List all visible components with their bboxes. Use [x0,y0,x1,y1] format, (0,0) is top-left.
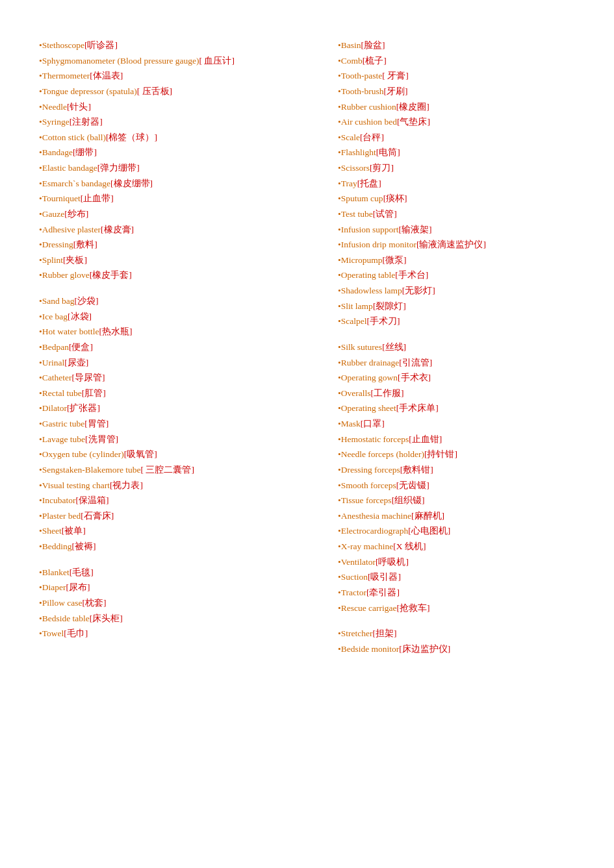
english-term: Sand bag [42,296,75,306]
list-item: •Sputum cup[痰杯] [338,191,575,206]
english-term: Scalpel [341,316,367,326]
list-item: •Overalls[工作服] [338,386,575,401]
english-term: Rubber drainage [341,358,400,367]
english-term: Cotton stick (ball) [42,132,106,142]
right-column: •Basin[脸盆]•Comb[梳子]•Tooth-paste[ 牙膏]•Too… [318,38,575,656]
english-term: X-ray machine [341,541,394,551]
chinese-term: [毛毯] [70,567,94,577]
list-item: •Rectal tube[肛管] [39,386,318,401]
list-item: •Operating table[手术台] [338,267,575,283]
chinese-term: [视力表] [110,480,143,490]
list-item: •Plaster bed[石膏床] [39,508,318,524]
english-term: Thermometer [42,71,90,81]
chinese-term: [输液架] [399,225,432,234]
chinese-term: [冰袋] [68,312,92,321]
english-term: Rubber cushion [341,102,396,112]
english-term: Tourniquet [42,193,81,203]
english-term: Tissue forceps [341,495,392,505]
english-term: Anesthesia machine [341,511,411,521]
english-term: Syringe [42,117,70,127]
list-item: •Sand bag[沙袋] [39,293,318,309]
chinese-term: [丝线] [382,342,406,352]
chinese-term: [抢救车] [397,603,430,613]
chinese-term: [橡皮绷带] [110,179,153,188]
english-term: Dressing [42,240,73,249]
english-term: Rectal tube [42,388,82,398]
list-item: •Tray[托盘] [338,176,575,192]
chinese-term: [止血带] [81,193,114,203]
chinese-term: [牙刷] [384,86,408,96]
list-item: •Oxygen tube (cylinder)[吸氧管] [39,447,318,462]
english-term: Tooth-brush [341,86,384,96]
chinese-term: [针头] [67,102,91,112]
chinese-term: [ 牙膏] [382,71,408,81]
english-term: Bedding [42,541,72,551]
english-term: Splint [42,255,63,265]
chinese-term: [洗胃管] [85,434,118,444]
chinese-term: [手术衣] [398,373,431,382]
english-term: Operating gown [341,373,398,382]
english-term: Electrocardiograph [341,526,408,536]
list-item: •Ice bag[冰袋] [39,309,318,325]
english-term: Infusion support [341,225,399,234]
english-term: Dressing forceps [341,465,400,475]
list-item: •Operating gown[手术衣] [338,370,575,386]
list-item: •Bedding[被褥] [39,539,318,554]
list-item: •Scissors[剪刀] [338,160,575,176]
chinese-term: [无齿镊] [396,480,429,490]
chinese-term: [吸引器] [368,572,401,582]
list-item: •Blanket[毛毯] [39,565,318,580]
english-term: Flashlight [341,147,376,157]
english-term: Pillow case [42,598,83,608]
chinese-term: [止血钳] [409,434,442,444]
list-item: •Needle forceps (holder)[持针钳] [338,447,575,462]
chinese-term: [被单] [62,526,86,536]
section-gap [338,615,575,626]
list-item: •Anesthesia machine[麻醉机] [338,508,575,524]
chinese-term: [棉签（球）] [106,132,157,142]
chinese-term: [担架] [372,628,396,638]
chinese-term: [导尿管] [71,373,105,382]
english-term: Visual testing chart [42,480,110,490]
english-term: Urinal [42,358,65,367]
english-term: Lavage tube [42,434,85,444]
list-item: •Tooth-paste[ 牙膏] [338,68,575,84]
list-item: •Hot water bottle[热水瓶] [39,324,318,340]
chinese-term: [手术床单] [396,403,439,413]
chinese-term: [微泵] [382,255,406,265]
list-item: •Rescue carrigae[抢救车] [338,601,575,616]
list-item: •Dilator[扩张器] [39,401,318,416]
list-item: •Sheet[被单] [39,523,318,539]
chinese-term: [橡皮膏] [101,225,134,234]
list-item: •Sengstaken-Blakemore tube[ 三腔二囊管] [39,462,318,478]
chinese-term: [呼吸机] [376,557,409,567]
english-term: Stretcher [341,628,373,638]
english-term: Tractor [341,588,366,597]
english-term: Rubber glove [42,270,90,280]
chinese-term: [敷料] [73,240,97,249]
list-item: •Rubber glove[橡皮手套] [39,267,318,283]
english-term: Blanket [42,567,70,577]
chinese-term: [ 血压计] [199,56,235,66]
chinese-term: [橡皮圈] [396,102,429,112]
chinese-term: [裂隙灯] [373,301,406,311]
english-term: Smooth forceps [341,480,396,490]
list-item: •Towel[毛巾] [39,626,318,641]
english-term: Sputum cup [341,193,383,203]
english-term: Towel [42,628,64,638]
chinese-term: [梳子] [363,56,387,66]
chinese-term: [托盘] [357,179,381,188]
list-item: •Splint[夹板] [39,253,318,268]
list-item: •Adhesive plaster[橡皮膏] [39,222,318,238]
section-gap [338,329,575,340]
list-item: •Incubator[保温箱] [39,493,318,508]
english-term: Stethoscope [42,40,84,50]
english-term: Dilator [42,403,67,413]
chinese-term: [试管] [373,209,397,219]
list-item: •Rubber drainage[引流管] [338,355,575,371]
english-term: Needle forceps (holder) [341,449,424,459]
list-item: •Rubber cushion[橡皮圈] [338,99,575,115]
list-item: •Mask[口罩] [338,416,575,432]
english-term: Ice bag [42,312,68,321]
chinese-term: [心电图机] [408,526,450,536]
